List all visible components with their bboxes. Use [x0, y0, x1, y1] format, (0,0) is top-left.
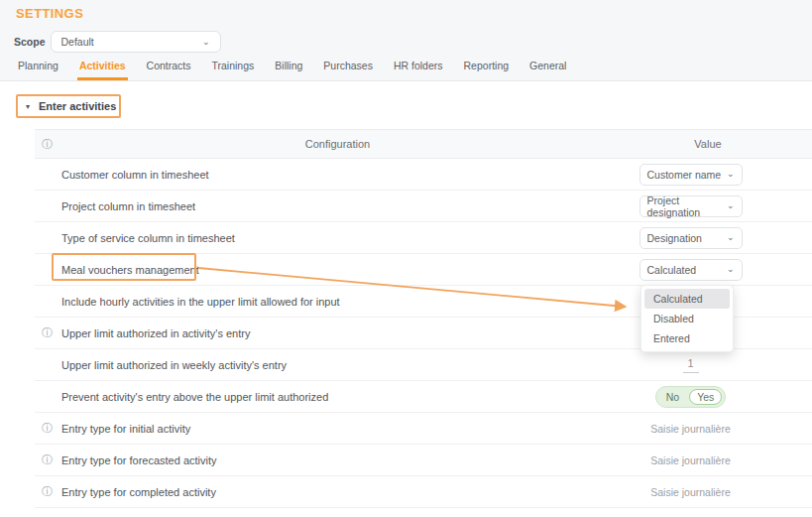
- weekly-upper-limit-input[interactable]: 1: [683, 357, 699, 373]
- scope-row: Scope Default ⌄: [14, 31, 221, 53]
- select-value: Calculated: [647, 264, 697, 276]
- info-icon: ⓘ: [35, 139, 61, 150]
- table-row: Project column in timesheet Project desi…: [35, 191, 812, 222]
- table-row: Type of service column in timesheet Desi…: [35, 222, 812, 254]
- setting-label: Entry type for initial activity: [61, 423, 614, 435]
- tab-general[interactable]: General: [527, 60, 568, 80]
- scope-select-value: Default: [61, 36, 94, 48]
- info-icon[interactable]: ⓘ: [35, 423, 61, 434]
- tab-contracts[interactable]: Contracts: [145, 60, 193, 80]
- value-header: Value: [614, 138, 812, 150]
- setting-label: Upper limit authorized in weekly activit…: [61, 359, 614, 371]
- annotation-box-meal-vouchers: [52, 253, 196, 281]
- customer-column-select[interactable]: Customer name ⌄: [639, 164, 743, 186]
- select-value: Customer name: [647, 169, 722, 181]
- dropdown-option-entered[interactable]: Entered: [644, 328, 730, 348]
- info-icon[interactable]: ⓘ: [35, 486, 61, 497]
- configuration-header: Configuration: [61, 138, 614, 150]
- table-row: ⓘ Entry type for initial activity Saisie…: [35, 413, 812, 445]
- select-dropdown-panel: Calculated Disabled Entered: [640, 285, 734, 352]
- table-row: Upper limit authorized in weekly activit…: [35, 349, 812, 381]
- select-value: Project designation: [647, 194, 727, 218]
- chevron-down-icon: ⌄: [727, 265, 735, 274]
- annotation-box-enter-activities: [16, 94, 121, 118]
- project-column-select[interactable]: Project designation ⌄: [639, 195, 743, 217]
- tab-planning[interactable]: Planning: [16, 60, 60, 80]
- tab-bar: Planning Activities Contracts Trainings …: [16, 60, 568, 80]
- tab-billing[interactable]: Billing: [273, 60, 304, 80]
- type-of-service-select[interactable]: Designation ⌄: [639, 227, 743, 249]
- readonly-value: Saisie journalière: [650, 486, 731, 498]
- tab-trainings[interactable]: Trainings: [210, 60, 257, 80]
- table-row: Customer column in timesheet Customer na…: [35, 159, 812, 191]
- chevron-down-icon: ⌄: [727, 201, 735, 210]
- toggle-option-no[interactable]: No: [659, 390, 686, 404]
- setting-label: Entry type for forecasted activity: [61, 454, 614, 466]
- setting-label: Type of service column in timesheet: [61, 232, 614, 244]
- table-header-row: ⓘ Configuration Value: [35, 129, 812, 159]
- setting-label: Customer column in timesheet: [61, 169, 614, 181]
- setting-label: Entry type for completed activity: [61, 486, 614, 498]
- readonly-value: Saisie journalière: [650, 423, 731, 435]
- chevron-down-icon: ⌄: [727, 233, 735, 242]
- no-yes-toggle[interactable]: No Yes: [655, 386, 727, 408]
- page-title: SETTINGS: [16, 6, 83, 21]
- table-row: ⓘ Entry type for completed activity Sais…: [35, 476, 812, 508]
- readonly-value: Saisie journalière: [650, 454, 731, 466]
- scope-label: Scope: [14, 36, 46, 48]
- chevron-down-icon: ⌄: [202, 38, 210, 47]
- dropdown-option-disabled[interactable]: Disabled: [644, 309, 730, 328]
- info-icon[interactable]: ⓘ: [35, 327, 61, 338]
- setting-label: Upper limit authorized in activity's ent…: [61, 327, 614, 339]
- top-bar: SETTINGS Scope Default ⌄ Planning Activi…: [0, 0, 812, 81]
- toggle-option-yes[interactable]: Yes: [689, 389, 722, 405]
- select-value: Designation: [647, 232, 702, 244]
- setting-label: Include hourly activities in the upper l…: [61, 296, 614, 308]
- meal-vouchers-select[interactable]: Calculated ⌄: [639, 259, 743, 281]
- info-icon[interactable]: ⓘ: [35, 454, 61, 465]
- tab-reporting[interactable]: Reporting: [462, 60, 512, 80]
- tab-purchases[interactable]: Purchases: [321, 60, 375, 80]
- table-row: Prevent activity's entry above the upper…: [35, 381, 812, 413]
- scope-select[interactable]: Default ⌄: [51, 31, 221, 53]
- tab-hr-folders[interactable]: HR folders: [392, 60, 445, 80]
- setting-label: Prevent activity's entry above the upper…: [61, 391, 614, 403]
- setting-label: Project column in timesheet: [61, 200, 614, 212]
- chevron-down-icon: ⌄: [727, 170, 735, 179]
- settings-page: SETTINGS Scope Default ⌄ Planning Activi…: [0, 0, 812, 517]
- table-row: ⓘ Entry type for forecasted activity Sai…: [35, 445, 812, 476]
- dropdown-option-calculated[interactable]: Calculated: [644, 289, 730, 309]
- tab-activities[interactable]: Activities: [77, 60, 128, 80]
